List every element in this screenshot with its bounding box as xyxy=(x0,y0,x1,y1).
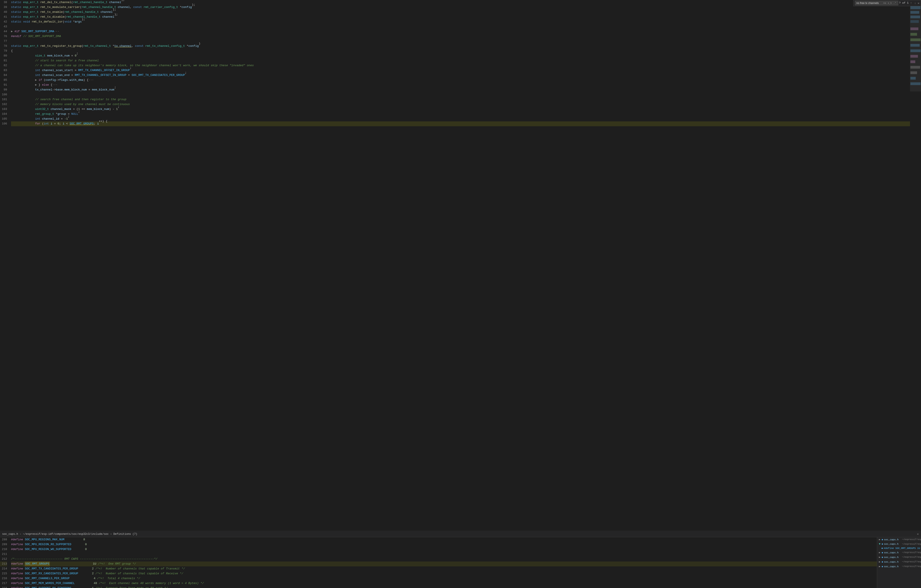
code-line-106: for (int i = 0; i < SOC_RMT_GROUPS; i++)… xyxy=(11,121,910,126)
ref-item-5[interactable]: ▶ soc_caps.h ~/espressif/esp-idf/compone… xyxy=(877,560,921,564)
code-line-82: // a channel can take up its neighbour's… xyxy=(11,63,910,68)
code-content[interactable]: static esp_err_t rmt_del_tx_channel(rmt_… xyxy=(9,0,910,531)
search-count: ? of 1 xyxy=(899,2,909,5)
ref-item-define[interactable]: #define SOC_RMT_GROUPS 1U /*<! One RMT xyxy=(877,546,921,550)
ref-label-4: soc_caps.h xyxy=(884,556,898,559)
code-line-85: ▶ if (config->flags.with_dma) {··· xyxy=(11,78,910,83)
definition-panel: soc_caps.h - ~/espressif/esp-idf/compone… xyxy=(0,531,921,588)
def-line-214: #define SOC_RMT_TX_CANDIDATES_PER_GROUP … xyxy=(11,566,877,571)
ref-label-5: soc_caps.h xyxy=(884,560,898,563)
code-line-101: // search free channel and then register… xyxy=(11,97,910,102)
ref-path-2: ~/espressif/esp-idf/component... xyxy=(902,543,921,546)
ref-path-5: ~/espressif/esp-idf/component... xyxy=(902,560,921,563)
code-line-78: static esp_err_t rmt_tx_register_to_grou… xyxy=(11,44,910,49)
def-line-212: /*---------------------------- RMT CAPS … xyxy=(11,557,877,562)
ref-dot-1 xyxy=(882,539,883,540)
ref-dot-4 xyxy=(882,557,883,558)
ref-path-4: ~/espressif/esp-idf/component... xyxy=(902,556,921,559)
ref-path-1: ~/espressif/esp-idf/component... xyxy=(902,538,921,541)
ref-label-3: soc_caps.h xyxy=(884,551,898,554)
code-line-40: static esp_err_t rmt_tx_enable(rmt_chann… xyxy=(11,10,910,15)
svg-rect-16 xyxy=(910,0,921,91)
code-line-81: // start to search for a free channel xyxy=(11,58,910,63)
search-close-button[interactable]: ✕ xyxy=(918,1,919,5)
match-case-icon[interactable]: Aa xyxy=(883,2,887,5)
ref-item-3[interactable]: ▶ soc_caps.h ~/espressif/esp-idf/compone… xyxy=(877,550,921,555)
code-line-105: int channel_id = -1; xyxy=(11,117,910,121)
line-numbers: 38 39 40 41 42 43 44 76 77 78 79 80 81 8… xyxy=(0,0,9,531)
code-line-42: static void rmt_tx_default_isr(void *arg… xyxy=(11,20,910,24)
reference-panel: ▶ soc_caps.h ~/espressif/esp-idf/compone… xyxy=(877,537,921,588)
next-match-button[interactable]: ↓ xyxy=(913,1,916,5)
search-icons: Aa a̲b .* xyxy=(883,2,897,5)
code-line-91: ▶ } else {··· xyxy=(11,83,910,87)
code-line-39: static esp_err_t rmt_tx_modulate_carrier… xyxy=(11,5,910,10)
definition-panel-title: soc_caps.h - ~/espressif/esp-idf/compone… xyxy=(2,533,137,536)
code-line-38: static esp_err_t rmt_del_tx_channel(rmt_… xyxy=(11,0,910,5)
code-line-83: int channel_scan_start = RMT_TX_CHANNEL_… xyxy=(11,68,910,73)
code-line-99: tx_channel->base.mem_block_num = mem_blo… xyxy=(11,87,910,92)
search-widget: Aa a̲b .* ? of 1 ↑ ↓ ✕ xyxy=(853,0,921,6)
def-line-288: #define SOC_MPU_REGIONS_MAX_NUM 8 xyxy=(11,537,877,542)
ref-item-2[interactable]: ▼ soc_caps.h ~/espressif/esp-idf/compone… xyxy=(877,542,921,546)
code-line-43 xyxy=(11,24,910,29)
ref-item-6[interactable]: ▶ soc_caps.h ~/espressif/esp-idf/compone… xyxy=(877,564,921,569)
code-line-103: uint32_t channel_mask = (1 << mem_block_… xyxy=(11,107,910,112)
ref-dot-2 xyxy=(882,543,883,545)
def-line-289: #define SOC_MPU_REGION_RO_SUPPORTED 0 xyxy=(11,542,877,547)
code-line-100 xyxy=(11,92,910,97)
code-line-44: ▶ #if SOC_RMT_SUPPORT_DMA··· xyxy=(11,29,910,34)
ref-item-4[interactable]: ▶ soc_caps.h ~/espressif/esp-idf/compone… xyxy=(877,555,921,560)
ref-label-2: soc_caps.h xyxy=(884,543,898,546)
minimap[interactable] xyxy=(910,0,921,531)
ref-dot-3 xyxy=(882,552,883,553)
ref-label-6: soc_caps.h xyxy=(884,565,898,568)
ref-dot-define xyxy=(882,547,883,549)
ref-item-1[interactable]: ▶ soc_caps.h ~/espressif/esp-idf/compone… xyxy=(877,537,921,542)
code-line-79: { xyxy=(11,49,910,54)
code-line-76: #endif // SOC_RMT_SUPPORT_DMA xyxy=(11,34,910,39)
definition-content: 288 289 210 211 212 213 214 215 216 217 … xyxy=(0,537,921,588)
main-editor: 38 39 40 41 42 43 44 76 77 78 79 80 81 8… xyxy=(0,0,921,588)
def-line-217: #define SOC_RMT_MEM_WORDS_PER_CHANNEL 48… xyxy=(11,581,877,586)
definition-panel-close-button[interactable]: ✕ xyxy=(917,532,919,536)
ref-dot-5 xyxy=(882,561,883,563)
code-line-102: // memory blocks used by one channel mus… xyxy=(11,102,910,107)
editor-area: 38 39 40 41 42 43 44 76 77 78 79 80 81 8… xyxy=(0,0,921,531)
code-line-104: rmt_group_t *group = NULL; xyxy=(11,112,910,117)
def-line-213: #define SOC_RMT_GROUPS 1U /*<! One RMT g… xyxy=(11,562,877,566)
search-input[interactable] xyxy=(856,2,883,5)
code-line-80: size_t mem_block_num = 0; xyxy=(11,54,910,58)
ref-path-3: ~/espressif/esp-idf/component... xyxy=(902,551,921,554)
search-input-wrapper: Aa a̲b .* xyxy=(855,1,898,5)
code-line-41: static esp_err_t rmt_tx_disable(rmt_chan… xyxy=(11,15,910,20)
def-line-numbers: 288 289 210 211 212 213 214 215 216 217 … xyxy=(0,537,9,588)
ref-label-1: soc_caps.h xyxy=(884,538,898,541)
def-line-218: #define SOC_RMT_SUPPORT_RX_PINGPONG 1 /*… xyxy=(11,586,877,588)
prev-match-button[interactable]: ↑ xyxy=(910,1,913,5)
regex-icon[interactable]: .* xyxy=(893,2,897,5)
ref-label-define: #define SOC_RMT_GROUPS 1U /*<! One RMT xyxy=(884,547,921,550)
def-line-215: #define SOC_RMT_RX_CANDIDATES_PER_GROUP … xyxy=(11,571,877,576)
def-code-content[interactable]: #define SOC_MPU_REGIONS_MAX_NUM 8 #defin… xyxy=(9,537,877,588)
definition-header: soc_caps.h - ~/espressif/esp-idf/compone… xyxy=(0,531,921,537)
def-line-211 xyxy=(11,552,877,557)
code-line-77 xyxy=(11,39,910,44)
ref-dot-6 xyxy=(882,566,883,567)
def-line-216: #define SOC_RMT_CHANNELS_PER_GROUP 4 /*<… xyxy=(11,576,877,581)
def-line-210: #define SOC_MPU_REGION_WO_SUPPORTED 0 xyxy=(11,547,877,552)
ref-path-6: ~/espressif/esp-idf/component... xyxy=(902,565,921,568)
code-line-84: int channel_scan_end = RMT_TX_CHANNEL_OF… xyxy=(11,73,910,78)
match-word-icon[interactable]: a̲b xyxy=(887,2,892,5)
